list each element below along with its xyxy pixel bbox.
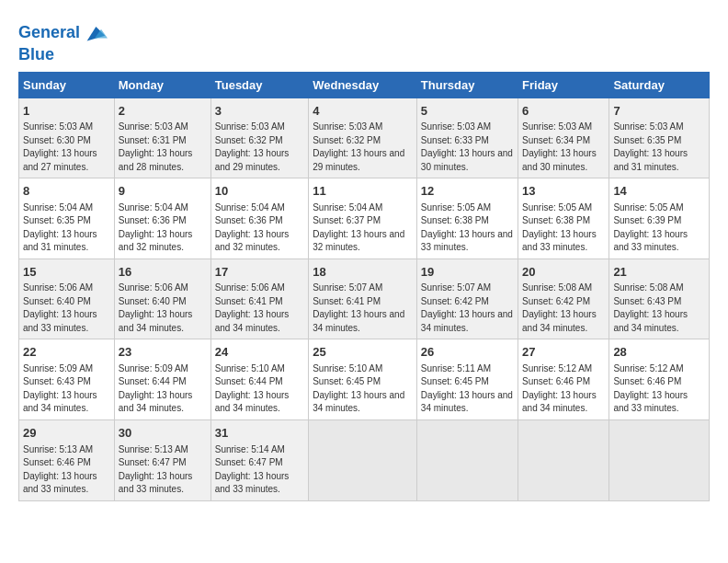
calendar-cell: 26Sunrise: 5:11 AMSunset: 6:45 PMDayligh… [416, 339, 518, 420]
calendar-cell: 15Sunrise: 5:06 AMSunset: 6:40 PMDayligh… [19, 259, 115, 339]
day-sunset: Sunset: 6:37 PM [313, 215, 381, 225]
day-sunset: Sunset: 6:39 PM [613, 215, 681, 225]
day-daylight: Daylight: 13 hours and 33 minutes. [522, 229, 597, 253]
day-sunrise: Sunrise: 5:13 AM [23, 444, 93, 454]
day-number: 27 [522, 344, 605, 361]
calendar-week-row: 22Sunrise: 5:09 AMSunset: 6:43 PMDayligh… [19, 339, 710, 420]
weekday-header-sunday: Sunday [19, 72, 115, 98]
calendar-cell: 16Sunrise: 5:06 AMSunset: 6:40 PMDayligh… [114, 259, 210, 339]
calendar-cell: 25Sunrise: 5:10 AMSunset: 6:45 PMDayligh… [309, 339, 417, 420]
calendar-cell: 20Sunrise: 5:08 AMSunset: 6:42 PMDayligh… [518, 259, 609, 339]
calendar-header-row: SundayMondayTuesdayWednesdayThursdayFrid… [19, 72, 710, 98]
day-sunrise: Sunrise: 5:03 AM [23, 121, 93, 132]
day-sunset: Sunset: 6:42 PM [421, 296, 489, 306]
calendar-cell: 28Sunrise: 5:12 AMSunset: 6:46 PMDayligh… [609, 339, 710, 420]
day-sunset: Sunset: 6:41 PM [215, 296, 283, 306]
day-daylight: Daylight: 13 hours and 29 minutes. [313, 148, 404, 172]
day-sunset: Sunset: 6:40 PM [119, 296, 187, 306]
day-number: 14 [613, 183, 705, 200]
day-sunrise: Sunrise: 5:10 AM [313, 363, 382, 373]
day-daylight: Daylight: 13 hours and 33 minutes. [119, 471, 193, 495]
day-daylight: Daylight: 13 hours and 31 minutes. [613, 148, 688, 172]
day-number: 2 [119, 103, 207, 120]
weekday-header-saturday: Saturday [609, 72, 710, 98]
calendar-cell: 24Sunrise: 5:10 AMSunset: 6:44 PMDayligh… [210, 339, 308, 420]
day-daylight: Daylight: 13 hours and 34 minutes. [119, 309, 193, 333]
day-sunset: Sunset: 6:35 PM [23, 215, 91, 225]
day-sunset: Sunset: 6:42 PM [522, 296, 590, 306]
calendar-cell: 9Sunrise: 5:04 AMSunset: 6:36 PMDaylight… [114, 178, 210, 259]
calendar-cell [416, 419, 518, 500]
day-number: 21 [613, 264, 705, 281]
calendar-cell: 23Sunrise: 5:09 AMSunset: 6:44 PMDayligh… [114, 339, 210, 420]
day-number: 11 [313, 183, 413, 200]
day-sunrise: Sunrise: 5:12 AM [522, 363, 592, 373]
calendar-cell: 31Sunrise: 5:14 AMSunset: 6:47 PMDayligh… [210, 419, 308, 500]
day-number: 31 [215, 425, 304, 442]
day-number: 3 [215, 103, 304, 120]
day-sunset: Sunset: 6:43 PM [23, 376, 91, 386]
day-sunrise: Sunrise: 5:05 AM [613, 202, 683, 213]
day-sunrise: Sunrise: 5:11 AM [421, 363, 491, 373]
day-daylight: Daylight: 13 hours and 32 minutes. [215, 229, 290, 253]
day-sunset: Sunset: 6:47 PM [215, 457, 283, 467]
day-daylight: Daylight: 13 hours and 32 minutes. [119, 229, 193, 253]
day-sunrise: Sunrise: 5:03 AM [119, 121, 188, 132]
day-sunrise: Sunrise: 5:08 AM [522, 282, 592, 293]
calendar-cell [309, 419, 417, 500]
day-sunset: Sunset: 6:46 PM [522, 376, 590, 386]
calendar-table: SundayMondayTuesdayWednesdayThursdayFrid… [18, 72, 710, 501]
day-number: 1 [23, 103, 110, 120]
calendar-cell: 14Sunrise: 5:05 AMSunset: 6:39 PMDayligh… [609, 178, 710, 259]
day-number: 22 [23, 344, 110, 361]
day-daylight: Daylight: 13 hours and 34 minutes. [215, 309, 290, 333]
day-sunrise: Sunrise: 5:03 AM [421, 121, 491, 132]
day-number: 19 [421, 264, 514, 281]
day-sunrise: Sunrise: 5:07 AM [421, 282, 491, 293]
day-sunrise: Sunrise: 5:06 AM [23, 282, 93, 293]
calendar-cell: 30Sunrise: 5:13 AMSunset: 6:47 PMDayligh… [114, 419, 210, 500]
calendar-cell: 3Sunrise: 5:03 AMSunset: 6:32 PMDaylight… [210, 98, 308, 178]
calendar-week-row: 29Sunrise: 5:13 AMSunset: 6:46 PMDayligh… [19, 419, 710, 500]
day-sunset: Sunset: 6:36 PM [215, 215, 283, 225]
day-daylight: Daylight: 13 hours and 34 minutes. [421, 309, 513, 333]
day-sunrise: Sunrise: 5:05 AM [522, 202, 592, 213]
day-daylight: Daylight: 13 hours and 33 minutes. [613, 390, 688, 414]
day-daylight: Daylight: 13 hours and 28 minutes. [119, 148, 193, 172]
day-number: 23 [119, 344, 207, 361]
day-daylight: Daylight: 13 hours and 34 minutes. [522, 390, 597, 414]
calendar-cell: 17Sunrise: 5:06 AMSunset: 6:41 PMDayligh… [210, 259, 308, 339]
day-number: 6 [522, 103, 605, 120]
day-daylight: Daylight: 13 hours and 34 minutes. [119, 390, 193, 414]
day-sunset: Sunset: 6:38 PM [421, 215, 489, 225]
calendar-cell: 21Sunrise: 5:08 AMSunset: 6:43 PMDayligh… [609, 259, 710, 339]
day-sunrise: Sunrise: 5:05 AM [421, 202, 491, 213]
calendar-cell: 19Sunrise: 5:07 AMSunset: 6:42 PMDayligh… [416, 259, 518, 339]
calendar-cell: 5Sunrise: 5:03 AMSunset: 6:33 PMDaylight… [416, 98, 518, 178]
day-sunset: Sunset: 6:44 PM [119, 376, 187, 386]
day-daylight: Daylight: 13 hours and 34 minutes. [215, 390, 290, 414]
day-number: 26 [421, 344, 514, 361]
calendar-week-row: 8Sunrise: 5:04 AMSunset: 6:35 PMDaylight… [19, 178, 710, 259]
calendar-body: 1Sunrise: 5:03 AMSunset: 6:30 PMDaylight… [19, 98, 710, 500]
day-number: 18 [313, 264, 413, 281]
day-sunrise: Sunrise: 5:03 AM [215, 121, 285, 132]
day-number: 17 [215, 264, 304, 281]
logo-text2: Blue [18, 46, 108, 64]
day-daylight: Daylight: 13 hours and 33 minutes. [613, 229, 688, 253]
day-sunrise: Sunrise: 5:06 AM [119, 282, 188, 293]
day-number: 5 [421, 103, 514, 120]
calendar-cell: 13Sunrise: 5:05 AMSunset: 6:38 PMDayligh… [518, 178, 609, 259]
day-sunset: Sunset: 6:30 PM [23, 135, 91, 145]
day-sunrise: Sunrise: 5:14 AM [215, 444, 285, 454]
day-daylight: Daylight: 13 hours and 31 minutes. [23, 229, 97, 253]
day-daylight: Daylight: 13 hours and 33 minutes. [23, 471, 97, 495]
day-number: 9 [119, 183, 207, 200]
day-sunset: Sunset: 6:40 PM [23, 296, 91, 306]
calendar-cell: 22Sunrise: 5:09 AMSunset: 6:43 PMDayligh… [19, 339, 115, 420]
day-number: 30 [119, 425, 207, 442]
header: General Blue [18, 17, 710, 64]
calendar-cell [609, 419, 710, 500]
day-sunset: Sunset: 6:46 PM [23, 457, 91, 467]
weekday-header-monday: Monday [114, 72, 210, 98]
